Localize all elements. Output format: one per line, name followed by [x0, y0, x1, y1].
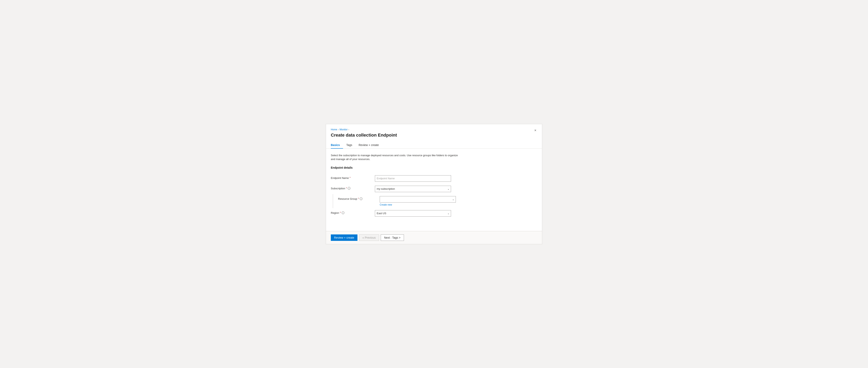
- subscription-info-icon[interactable]: i: [348, 187, 350, 190]
- resource-group-field: ⌄ Create new: [380, 196, 456, 206]
- breadcrumb-sep-1: ›: [338, 129, 339, 131]
- next-button[interactable]: Next : Tags >: [381, 234, 404, 241]
- endpoint-name-input[interactable]: [375, 175, 451, 182]
- form-row-resource-group: Resource Group * i ⌄ Create new: [331, 194, 537, 208]
- label-subscription: Subscription * i: [331, 186, 375, 190]
- region-select[interactable]: East US East US 2 West US West US 2 Nort…: [375, 210, 451, 217]
- label-region: Region * i: [331, 210, 375, 215]
- endpoint-name-required: *: [350, 176, 351, 179]
- endpoint-name-field: [375, 175, 451, 182]
- review-create-button[interactable]: Review + create: [331, 234, 358, 241]
- create-new-link[interactable]: Create new: [380, 203, 392, 206]
- tabs-container: Basics Tags Review + create: [326, 138, 542, 149]
- breadcrumb: Home › Monitor ›: [331, 128, 397, 131]
- form-grid: Endpoint Name * Subscription * i: [331, 173, 537, 219]
- dialog-header-left: Home › Monitor › Create data collection …: [331, 128, 397, 138]
- section-title: Endpoint details: [331, 166, 537, 169]
- tabs: Basics Tags Review + create: [331, 142, 537, 148]
- endpoint-name-label-text: Endpoint Name: [331, 176, 349, 179]
- close-button[interactable]: ×: [533, 128, 537, 133]
- subscription-select[interactable]: my-subscription: [375, 186, 451, 192]
- content-area: Select the subscription to manage deploy…: [326, 149, 542, 231]
- subscription-label-text: Subscription: [331, 187, 345, 190]
- resource-group-select[interactable]: [380, 196, 456, 202]
- form-section: Endpoint details Endpoint Name * Subscri…: [331, 166, 537, 219]
- label-endpoint-name: Endpoint Name *: [331, 175, 375, 179]
- breadcrumb-monitor[interactable]: Monitor: [340, 128, 348, 131]
- region-label-text: Region: [331, 211, 339, 215]
- tab-review-create[interactable]: Review + create: [355, 142, 382, 149]
- description-text: Select the subscription to manage deploy…: [331, 153, 461, 161]
- subscription-field: my-subscription ⌄: [375, 186, 451, 192]
- region-info-icon[interactable]: i: [342, 211, 344, 214]
- breadcrumb-sep-2: ›: [348, 129, 349, 131]
- form-row-endpoint-name: Endpoint Name *: [331, 173, 537, 184]
- breadcrumb-home[interactable]: Home: [331, 128, 337, 131]
- region-select-wrapper: East US East US 2 West US West US 2 Nort…: [375, 210, 451, 217]
- resource-group-info-icon[interactable]: i: [360, 197, 363, 200]
- label-resource-group: Resource Group * i: [336, 196, 380, 200]
- form-row-subscription: Subscription * i my-subscription ⌄: [331, 184, 537, 194]
- resource-group-label-text: Resource Group: [338, 197, 357, 200]
- subscription-required: *: [346, 187, 347, 190]
- previous-button[interactable]: « Previous: [359, 234, 379, 241]
- page-title: Create data collection Endpoint: [331, 133, 397, 138]
- subscription-select-wrapper: my-subscription ⌄: [375, 186, 451, 192]
- dialog-header: Home › Monitor › Create data collection …: [326, 124, 542, 138]
- resource-group-select-wrapper: ⌄: [380, 196, 456, 202]
- dialog-footer: Review + create « Previous Next : Tags >: [326, 231, 542, 244]
- region-field: East US East US 2 West US West US 2 Nort…: [375, 210, 451, 217]
- tab-tags[interactable]: Tags: [343, 142, 355, 149]
- form-row-region: Region * i East US East US 2 West US Wes…: [331, 208, 537, 219]
- region-required: *: [340, 211, 341, 214]
- resource-group-required: *: [358, 197, 359, 200]
- create-dialog: Home › Monitor › Create data collection …: [326, 124, 542, 244]
- tab-basics[interactable]: Basics: [331, 142, 343, 149]
